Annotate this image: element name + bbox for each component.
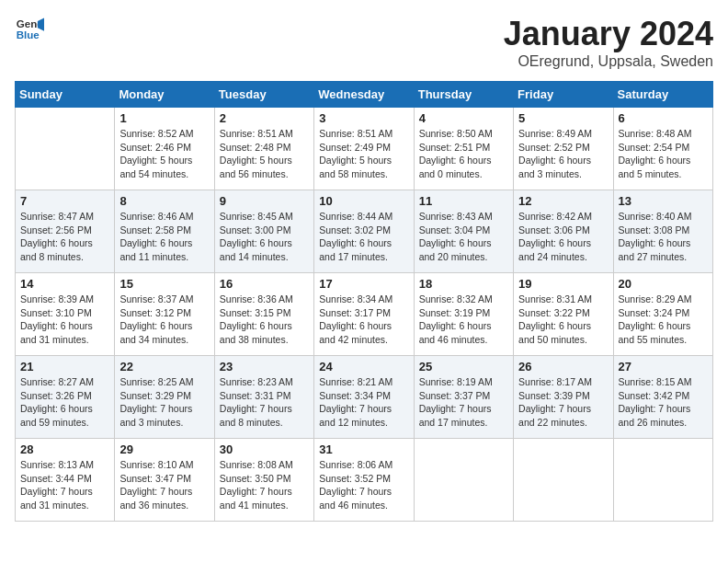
day-number: 25: [419, 360, 508, 373]
day-number: 23: [220, 360, 309, 373]
day-number: 14: [20, 277, 109, 291]
cell-content: Sunrise: 8:25 AMSunset: 3:29 PMDaylight:…: [119, 375, 209, 430]
day-number: 28: [20, 442, 109, 456]
calendar-cell: 14Sunrise: 8:39 AMSunset: 3:10 PMDayligh…: [16, 273, 115, 356]
day-number: 15: [119, 277, 209, 291]
day-number: 5: [518, 111, 608, 125]
svg-text:Blue: Blue: [17, 29, 40, 40]
calendar-cell: [414, 439, 513, 522]
day-number: 8: [119, 194, 209, 208]
cell-content: Sunrise: 8:10 AMSunset: 3:47 PMDaylight:…: [119, 458, 209, 512]
day-number: 24: [319, 360, 408, 373]
calendar-cell: 22Sunrise: 8:25 AMSunset: 3:29 PMDayligh…: [115, 356, 214, 439]
day-header: Thursday: [414, 82, 513, 108]
calendar-week-row: 28Sunrise: 8:13 AMSunset: 3:44 PMDayligh…: [16, 439, 713, 522]
day-header: Friday: [514, 82, 613, 108]
cell-content: Sunrise: 8:49 AMSunset: 2:52 PMDaylight:…: [518, 127, 608, 181]
cell-content: Sunrise: 8:17 AMSunset: 3:39 PMDaylight:…: [518, 375, 608, 430]
day-number: 30: [220, 442, 309, 456]
calendar-cell: 8Sunrise: 8:46 AMSunset: 2:58 PMDaylight…: [115, 190, 214, 273]
day-header: Sunday: [16, 82, 115, 108]
day-number: 3: [319, 111, 408, 125]
calendar-cell: 20Sunrise: 8:29 AMSunset: 3:24 PMDayligh…: [613, 273, 712, 356]
day-number: 13: [619, 194, 708, 208]
logo-icon: General Blue: [15, 15, 44, 44]
logo: General Blue: [15, 15, 44, 44]
calendar-cell: [613, 439, 712, 522]
cell-content: Sunrise: 8:37 AMSunset: 3:12 PMDaylight:…: [119, 293, 209, 347]
day-header: Wednesday: [314, 82, 414, 108]
day-number: 6: [619, 111, 708, 125]
calendar-cell: 26Sunrise: 8:17 AMSunset: 3:39 PMDayligh…: [514, 356, 613, 439]
day-number: 10: [319, 194, 408, 208]
calendar-cell: 25Sunrise: 8:19 AMSunset: 3:37 PMDayligh…: [414, 356, 513, 439]
cell-content: Sunrise: 8:08 AMSunset: 3:50 PMDaylight:…: [220, 458, 309, 512]
calendar-cell: 15Sunrise: 8:37 AMSunset: 3:12 PMDayligh…: [115, 273, 214, 356]
day-number: 21: [20, 360, 109, 373]
cell-content: Sunrise: 8:45 AMSunset: 3:00 PMDaylight:…: [220, 210, 309, 264]
calendar-header-row: SundayMondayTuesdayWednesdayThursdayFrid…: [16, 82, 713, 108]
calendar-cell: 23Sunrise: 8:23 AMSunset: 3:31 PMDayligh…: [214, 356, 313, 439]
cell-content: Sunrise: 8:19 AMSunset: 3:37 PMDaylight:…: [419, 375, 508, 430]
calendar-cell: 1Sunrise: 8:52 AMSunset: 2:46 PMDaylight…: [115, 108, 214, 190]
calendar-table: SundayMondayTuesdayWednesdayThursdayFrid…: [15, 81, 713, 522]
calendar-cell: 29Sunrise: 8:10 AMSunset: 3:47 PMDayligh…: [115, 439, 214, 522]
calendar-cell: 31Sunrise: 8:06 AMSunset: 3:52 PMDayligh…: [314, 439, 414, 522]
day-number: 19: [518, 277, 608, 291]
calendar-cell: 12Sunrise: 8:42 AMSunset: 3:06 PMDayligh…: [514, 190, 613, 273]
calendar-cell: 16Sunrise: 8:36 AMSunset: 3:15 PMDayligh…: [214, 273, 313, 356]
day-header: Saturday: [613, 82, 712, 108]
cell-content: Sunrise: 8:42 AMSunset: 3:06 PMDaylight:…: [518, 210, 608, 264]
calendar-cell: 18Sunrise: 8:32 AMSunset: 3:19 PMDayligh…: [414, 273, 513, 356]
day-number: 16: [220, 277, 309, 291]
calendar-cell: 4Sunrise: 8:50 AMSunset: 2:51 PMDaylight…: [414, 108, 513, 190]
header: General Blue January 2024 OEregrund, Upp…: [15, 15, 713, 70]
cell-content: Sunrise: 8:47 AMSunset: 2:56 PMDaylight:…: [20, 210, 109, 264]
day-number: 12: [518, 194, 608, 208]
calendar-cell: 28Sunrise: 8:13 AMSunset: 3:44 PMDayligh…: [16, 439, 115, 522]
day-number: 27: [619, 360, 708, 373]
day-number: 1: [119, 111, 209, 125]
calendar-body: 1Sunrise: 8:52 AMSunset: 2:46 PMDaylight…: [16, 108, 713, 522]
day-number: 18: [419, 277, 508, 291]
cell-content: Sunrise: 8:40 AMSunset: 3:08 PMDaylight:…: [619, 210, 708, 264]
calendar-cell: 5Sunrise: 8:49 AMSunset: 2:52 PMDaylight…: [514, 108, 613, 190]
calendar-cell: 27Sunrise: 8:15 AMSunset: 3:42 PMDayligh…: [613, 356, 712, 439]
day-number: 26: [518, 360, 608, 373]
calendar-cell: 19Sunrise: 8:31 AMSunset: 3:22 PMDayligh…: [514, 273, 613, 356]
cell-content: Sunrise: 8:39 AMSunset: 3:10 PMDaylight:…: [20, 293, 109, 347]
calendar-cell: 13Sunrise: 8:40 AMSunset: 3:08 PMDayligh…: [613, 190, 712, 273]
calendar-cell: 9Sunrise: 8:45 AMSunset: 3:00 PMDaylight…: [214, 190, 313, 273]
cell-content: Sunrise: 8:13 AMSunset: 3:44 PMDaylight:…: [20, 458, 109, 512]
day-number: 17: [319, 277, 408, 291]
day-number: 11: [419, 194, 508, 208]
cell-content: Sunrise: 8:15 AMSunset: 3:42 PMDaylight:…: [619, 375, 708, 430]
calendar-cell: [514, 439, 613, 522]
calendar-cell: 3Sunrise: 8:51 AMSunset: 2:49 PMDaylight…: [314, 108, 414, 190]
day-number: 31: [319, 442, 408, 456]
cell-content: Sunrise: 8:51 AMSunset: 2:49 PMDaylight:…: [319, 127, 408, 181]
calendar-cell: 24Sunrise: 8:21 AMSunset: 3:34 PMDayligh…: [314, 356, 414, 439]
cell-content: Sunrise: 8:27 AMSunset: 3:26 PMDaylight:…: [20, 375, 109, 430]
calendar-cell: 6Sunrise: 8:48 AMSunset: 2:54 PMDaylight…: [613, 108, 712, 190]
month-title: January 2024: [504, 15, 713, 53]
cell-content: Sunrise: 8:06 AMSunset: 3:52 PMDaylight:…: [319, 458, 408, 512]
day-number: 9: [220, 194, 309, 208]
day-number: 20: [619, 277, 708, 291]
day-number: 7: [20, 194, 109, 208]
calendar-week-row: 7Sunrise: 8:47 AMSunset: 2:56 PMDaylight…: [16, 190, 713, 273]
cell-content: Sunrise: 8:31 AMSunset: 3:22 PMDaylight:…: [518, 293, 608, 347]
calendar-cell: 2Sunrise: 8:51 AMSunset: 2:48 PMDaylight…: [214, 108, 313, 190]
location-title: OEregrund, Uppsala, Sweden: [504, 53, 713, 70]
day-header: Tuesday: [214, 82, 313, 108]
title-area: January 2024 OEregrund, Uppsala, Sweden: [504, 15, 713, 70]
day-number: 29: [119, 442, 209, 456]
calendar-week-row: 14Sunrise: 8:39 AMSunset: 3:10 PMDayligh…: [16, 273, 713, 356]
cell-content: Sunrise: 8:48 AMSunset: 2:54 PMDaylight:…: [619, 127, 708, 181]
calendar-cell: 10Sunrise: 8:44 AMSunset: 3:02 PMDayligh…: [314, 190, 414, 273]
calendar-cell: [16, 108, 115, 190]
cell-content: Sunrise: 8:23 AMSunset: 3:31 PMDaylight:…: [220, 375, 309, 430]
cell-content: Sunrise: 8:51 AMSunset: 2:48 PMDaylight:…: [220, 127, 309, 181]
day-header: Monday: [115, 82, 214, 108]
calendar-cell: 30Sunrise: 8:08 AMSunset: 3:50 PMDayligh…: [214, 439, 313, 522]
